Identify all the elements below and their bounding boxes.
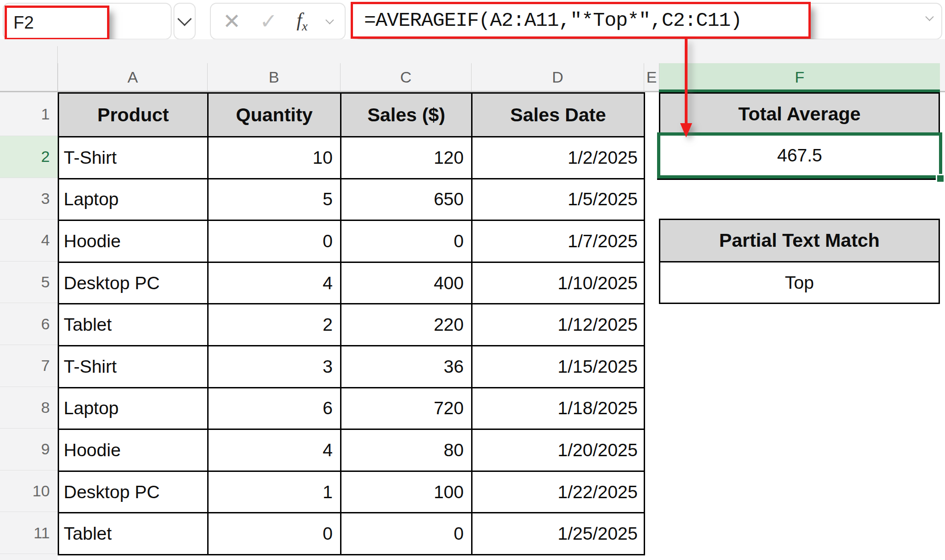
header-cell-A1[interactable]: Product [59, 93, 208, 137]
cancel-icon[interactable]: ✕ [223, 9, 241, 34]
cell-D10[interactable]: 1/22/2025 [472, 471, 645, 513]
row-header-4[interactable]: 4 [0, 220, 58, 262]
cell-C11[interactable]: 0 [341, 513, 472, 555]
chevron-down-icon [177, 12, 191, 26]
cell-C2[interactable]: 120 [341, 137, 472, 179]
cell-A11[interactable]: Tablet [59, 513, 208, 555]
header-cell-B1[interactable]: Quantity [208, 93, 341, 137]
column-header-C[interactable]: C [340, 63, 471, 91]
cell-C7[interactable]: 36 [341, 346, 472, 387]
cell-C10[interactable]: 100 [341, 471, 472, 513]
table-row: Tablet001/25/2025 [59, 513, 645, 555]
cell-C9[interactable]: 80 [341, 429, 472, 471]
cell-B8[interactable]: 6 [208, 387, 341, 429]
column-header-B[interactable]: B [207, 63, 340, 91]
cell-A5[interactable]: Desktop PC [59, 262, 208, 304]
cell-D6[interactable]: 1/12/2025 [472, 304, 645, 346]
cell-D4[interactable]: 1/7/2025 [472, 220, 645, 262]
row-header-8[interactable]: 8 [0, 387, 58, 429]
insert-function-icon[interactable]: fx [297, 9, 308, 34]
header-cell-C1[interactable]: Sales ($) [341, 93, 472, 137]
cell-D9[interactable]: 1/20/2025 [472, 429, 645, 471]
cell-C6[interactable]: 220 [341, 304, 472, 346]
cell-C3[interactable]: 650 [341, 179, 472, 220]
cell-B6[interactable]: 2 [208, 304, 341, 346]
cell-F2-selected[interactable]: 467.5 [657, 132, 942, 179]
cell-D2[interactable]: 1/2/2025 [472, 137, 645, 179]
fx-f: f [297, 9, 302, 30]
table-row: Laptop56501/5/2025 [59, 179, 645, 220]
cell-D5[interactable]: 1/10/2025 [472, 262, 645, 304]
enter-icon[interactable]: ✓ [260, 9, 278, 34]
cell-B11[interactable]: 0 [208, 513, 341, 555]
header-cell-D1[interactable]: Sales Date [472, 93, 645, 137]
row-header-10[interactable]: 10 [0, 471, 58, 512]
row-header-1[interactable]: 1 [0, 92, 58, 136]
column-header-F[interactable]: F [659, 63, 940, 91]
cell-A3[interactable]: Laptop [59, 179, 208, 220]
cell-A9[interactable]: Hoodie [59, 429, 208, 471]
cell-D11[interactable]: 1/25/2025 [472, 513, 645, 555]
function-dropdown-icon[interactable] [325, 16, 334, 24]
cell-A8[interactable]: Laptop [59, 387, 208, 429]
column-header-D[interactable]: D [471, 63, 644, 91]
table-row: Hoodie4801/20/2025 [59, 429, 645, 471]
row-header-6[interactable]: 6 [0, 303, 58, 345]
table-row: T-Shirt3361/15/2025 [59, 346, 645, 387]
cell-C4[interactable]: 0 [341, 220, 472, 262]
formula-controls-group: ✕ ✓ fx [210, 3, 346, 40]
column-header-E[interactable]: E [644, 63, 659, 91]
cell-B2[interactable]: 10 [208, 137, 341, 179]
cell-F4-partial-text-match-header[interactable]: Partial Text Match [659, 219, 940, 262]
cell-B5[interactable]: 4 [208, 262, 341, 304]
fill-handle[interactable] [936, 174, 944, 182]
cell-C8[interactable]: 720 [341, 387, 472, 429]
cell-F1-total-average-header[interactable]: Total Average [659, 92, 940, 136]
row-header-12-partial[interactable] [0, 554, 58, 560]
row-header-7[interactable]: 7 [0, 345, 58, 387]
cell-B3[interactable]: 5 [208, 179, 341, 220]
cell-A7[interactable]: T-Shirt [59, 346, 208, 387]
fx-x: x [302, 19, 307, 33]
row-header-2[interactable]: 2 [0, 136, 58, 178]
cell-C5[interactable]: 400 [341, 262, 472, 304]
cell-A4[interactable]: Hoodie [59, 220, 208, 262]
name-box[interactable]: F2 [5, 6, 109, 40]
cell-F5-top-value[interactable]: Top [659, 261, 940, 304]
table-row: Laptop67201/18/2025 [59, 387, 645, 429]
cell-B10[interactable]: 1 [208, 471, 341, 513]
table-row: Desktop PC11001/22/2025 [59, 471, 645, 513]
row-header-3[interactable]: 3 [0, 178, 58, 220]
cell-A10[interactable]: Desktop PC [59, 471, 208, 513]
excel-worksheet-screenshot: ✕ ✓ fx F2 =AVERAGEIF(A2:A11,"*Top*",C2:C… [0, 0, 945, 560]
cell-B4[interactable]: 0 [208, 220, 341, 262]
cell-D3[interactable]: 1/5/2025 [472, 179, 645, 220]
row-header-9[interactable]: 9 [0, 429, 58, 471]
table-row: Hoodie001/7/2025 [59, 220, 645, 262]
cell-A2[interactable]: T-Shirt [59, 137, 208, 179]
cell-D7[interactable]: 1/15/2025 [472, 346, 645, 387]
cell-B9[interactable]: 4 [208, 429, 341, 471]
table-row: Desktop PC44001/10/2025 [59, 262, 645, 304]
cell-A6[interactable]: Tablet [59, 304, 208, 346]
select-all-button[interactable] [0, 46, 58, 91]
cell-B7[interactable]: 3 [208, 346, 341, 387]
table-header-row: ProductQuantitySales ($)Sales Date [59, 93, 645, 137]
row-header-5[interactable]: 5 [0, 262, 58, 304]
column-header-A[interactable]: A [58, 63, 207, 91]
sales-table: ProductQuantitySales ($)Sales DateT-Shir… [58, 92, 645, 555]
table-row: Tablet22201/12/2025 [59, 304, 645, 346]
row-header-11[interactable]: 11 [0, 512, 58, 554]
cell-D8[interactable]: 1/18/2025 [472, 387, 645, 429]
table-row: T-Shirt101201/2/2025 [59, 137, 645, 179]
name-box-dropdown-button[interactable] [173, 3, 196, 40]
formula-input[interactable]: =AVERAGEIF(A2:A11,"*Top*",C2:C11) [351, 2, 811, 39]
annotation-arrow-down [678, 39, 694, 140]
